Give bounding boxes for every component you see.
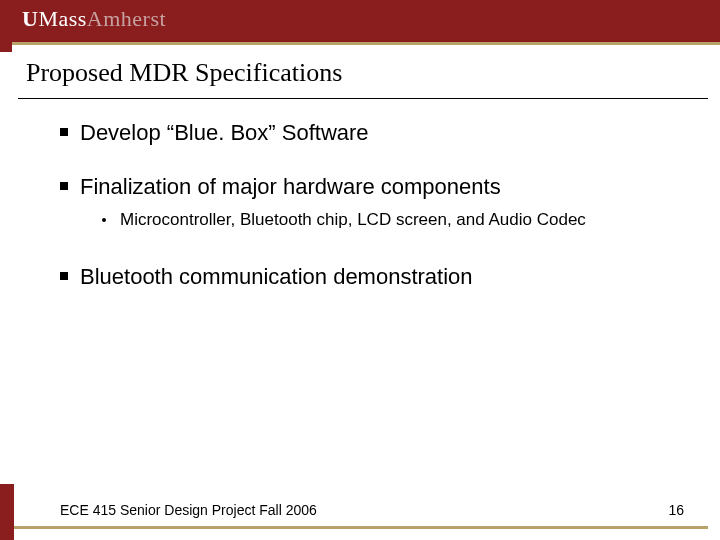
slide-content: Develop “Blue. Box” Software Finalizatio…: [60, 120, 660, 318]
bullet-3-text: Bluetooth communication demonstration: [80, 264, 473, 289]
footer-accent-block: [0, 484, 14, 540]
header-accent-block: [0, 0, 12, 52]
bullet-1-text: Develop “Blue. Box” Software: [80, 120, 369, 145]
bullet-3: Bluetooth communication demonstration: [60, 264, 660, 290]
bullet-2-1: Microcontroller, Bluetooth chip, LCD scr…: [102, 210, 660, 230]
header-divider: [12, 42, 720, 45]
title-underline: [18, 98, 708, 99]
slide-title: Proposed MDR Specifications: [26, 58, 342, 88]
bullet-2: Finalization of major hardware component…: [60, 174, 660, 230]
footer-divider: [14, 526, 708, 529]
bullet-2-text: Finalization of major hardware component…: [80, 174, 501, 199]
logo-u: U: [22, 6, 38, 31]
logo-mass: Mass: [38, 6, 86, 31]
slide: UMassAmherst Proposed MDR Specifications…: [0, 0, 720, 540]
footer-text: ECE 415 Senior Design Project Fall 2006: [60, 502, 317, 518]
logo-amherst: Amherst: [87, 6, 166, 31]
university-logo: UMassAmherst: [22, 6, 166, 32]
page-number: 16: [668, 502, 684, 518]
bullet-1: Develop “Blue. Box” Software: [60, 120, 660, 146]
bullet-2-1-text: Microcontroller, Bluetooth chip, LCD scr…: [120, 210, 586, 229]
